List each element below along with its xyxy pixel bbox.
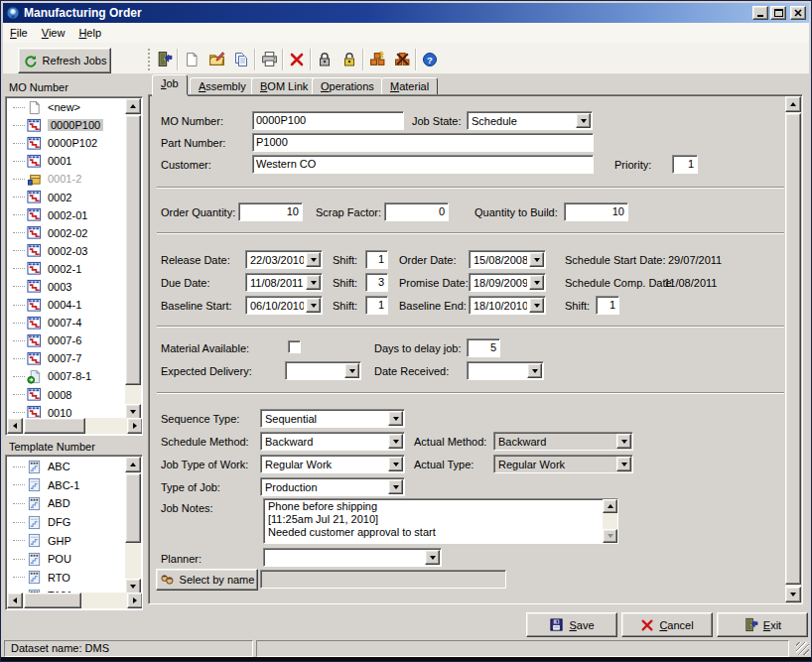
unlock-icon[interactable]: [338, 48, 361, 71]
mo-hscrollbar[interactable]: [7, 418, 143, 434]
exit-button[interactable]: Exit: [717, 612, 808, 637]
tab-assembly[interactable]: Assembly: [190, 77, 255, 95]
chevron-down-icon[interactable]: [616, 434, 631, 449]
mo-item[interactable]: 0002-01: [7, 206, 126, 224]
template-item[interactable]: GHP: [7, 531, 126, 550]
template-item[interactable]: POU: [7, 550, 126, 569]
mo-item[interactable]: 0003: [7, 278, 126, 296]
job-notes-textarea[interactable]: Phone before shipping [11:25am Jul 21, 2…: [263, 498, 618, 544]
schedule-method-select[interactable]: Backward: [260, 432, 405, 451]
scroll-down-button[interactable]: [603, 529, 617, 543]
toolbar-grip[interactable]: [148, 49, 151, 70]
scroll-up-button[interactable]: [785, 96, 801, 112]
minimize-button[interactable]: [752, 6, 768, 20]
mo-item[interactable]: 0000P102: [7, 134, 126, 152]
mo-item[interactable]: 0002-1: [7, 260, 126, 278]
form-vscrollbar[interactable]: [785, 96, 801, 602]
tab-bom-link[interactable]: BOM Link: [251, 77, 317, 95]
scroll-right-button[interactable]: [127, 418, 143, 434]
material-available-checkbox[interactable]: [288, 340, 301, 353]
chevron-down-icon[interactable]: [344, 363, 359, 378]
refresh-jobs-button[interactable]: Refresh Jobs: [18, 48, 111, 73]
tab-job[interactable]: Job: [152, 74, 188, 95]
baseline-end-picker[interactable]: 18/10/2010: [469, 296, 546, 315]
menu-file[interactable]: File: [3, 24, 35, 42]
chevron-down-icon[interactable]: [306, 252, 321, 267]
due-date-picker[interactable]: 11/08/2011: [245, 273, 323, 292]
template-item[interactable]: ABC: [7, 458, 126, 476]
menu-help[interactable]: Help: [71, 24, 108, 42]
save-button[interactable]: Save: [526, 612, 617, 637]
template-item[interactable]: DFG: [7, 513, 126, 532]
due-shift-field[interactable]: 3: [365, 273, 388, 292]
actual-method-select[interactable]: Backward: [493, 432, 633, 451]
job-type-of-work-select[interactable]: Regular Work: [260, 455, 405, 473]
scroll-left-button[interactable]: [7, 593, 23, 608]
scroll-up-button[interactable]: [125, 457, 141, 472]
part-number-field[interactable]: P1000: [252, 133, 594, 152]
chevron-down-icon[interactable]: [388, 457, 403, 471]
template-item[interactable]: ABD: [7, 494, 126, 513]
chevron-down-icon[interactable]: [388, 479, 403, 494]
chevron-down-icon[interactable]: [529, 298, 544, 313]
scroll-up-button[interactable]: [125, 98, 141, 114]
promise-date-picker[interactable]: 18/09/2009: [469, 273, 546, 292]
scroll-left-button[interactable]: [7, 418, 23, 434]
new-document-icon[interactable]: [180, 48, 203, 71]
template-hscrollbar[interactable]: [7, 593, 143, 608]
print-icon[interactable]: [257, 48, 281, 71]
edit-icon[interactable]: [204, 48, 228, 71]
mo-vscrollbar[interactable]: [125, 98, 141, 420]
notes-scrollbar[interactable]: [603, 499, 617, 543]
mo-item[interactable]: 0002: [7, 188, 126, 205]
menu-view[interactable]: View: [35, 24, 72, 42]
chevron-down-icon[interactable]: [388, 434, 403, 449]
scroll-down-button[interactable]: [785, 587, 801, 602]
customer-field[interactable]: Western CO: [252, 155, 594, 174]
mo-number-field[interactable]: 0000P100: [252, 111, 404, 130]
mo-item[interactable]: 0010: [7, 404, 126, 419]
mo-item[interactable]: 0007-4: [7, 314, 126, 331]
close-button[interactable]: [790, 6, 806, 20]
scrap-factor-field[interactable]: 0: [384, 202, 449, 221]
chevron-down-icon[interactable]: [425, 550, 440, 565]
baseline-shift-field[interactable]: 1: [365, 296, 388, 315]
maximize-button[interactable]: [770, 6, 786, 20]
chevron-down-icon[interactable]: [529, 275, 544, 290]
scroll-thumb[interactable]: [24, 418, 85, 434]
scroll-thumb[interactable]: [24, 593, 81, 608]
delete-jobs-icon[interactable]: [390, 48, 414, 71]
mo-item[interactable]: 0004-1: [7, 296, 126, 314]
scroll-thumb[interactable]: [785, 113, 801, 585]
sequence-type-select[interactable]: Sequential: [260, 409, 405, 428]
template-item[interactable]: RTO: [7, 569, 126, 588]
mo-item[interactable]: 0002-03: [7, 242, 126, 260]
baseline-start-picker[interactable]: 06/10/2010: [245, 296, 323, 315]
mo-item[interactable]: 0007-6: [7, 331, 126, 349]
scroll-thumb[interactable]: [125, 115, 141, 385]
help-icon[interactable]: [418, 48, 442, 71]
tab-operations[interactable]: Operations: [312, 77, 383, 95]
type-of-job-select[interactable]: Production: [260, 477, 405, 496]
resize-grip[interactable]: [796, 642, 809, 655]
select-by-name-button[interactable]: Select by name: [156, 569, 258, 591]
expected-delivery-picker[interactable]: [285, 361, 361, 380]
quantity-to-build-field[interactable]: 10: [564, 202, 628, 221]
scroll-up-button[interactable]: [603, 499, 617, 513]
mo-item[interactable]: 0001-2: [7, 170, 126, 188]
scroll-right-button[interactable]: [127, 593, 143, 608]
chevron-down-icon[interactable]: [576, 113, 591, 128]
title-bar[interactable]: Manufacturing Order: [3, 3, 809, 23]
lock-icon[interactable]: [313, 48, 337, 71]
scroll-thumb[interactable]: [125, 473, 141, 543]
mo-item[interactable]: 0007-8-1: [7, 367, 126, 385]
template-item[interactable]: ABC-1: [7, 476, 126, 495]
schedule-shift-field[interactable]: 1: [596, 296, 619, 315]
order-quantity-field[interactable]: 10: [238, 202, 303, 221]
mo-item[interactable]: 0000P100: [7, 116, 126, 134]
job-state-select[interactable]: Schedule: [467, 111, 593, 130]
copy-icon[interactable]: [229, 48, 253, 71]
mo-item[interactable]: 0002-02: [7, 224, 126, 242]
tab-material[interactable]: Material: [381, 77, 438, 95]
chevron-down-icon[interactable]: [306, 298, 321, 313]
